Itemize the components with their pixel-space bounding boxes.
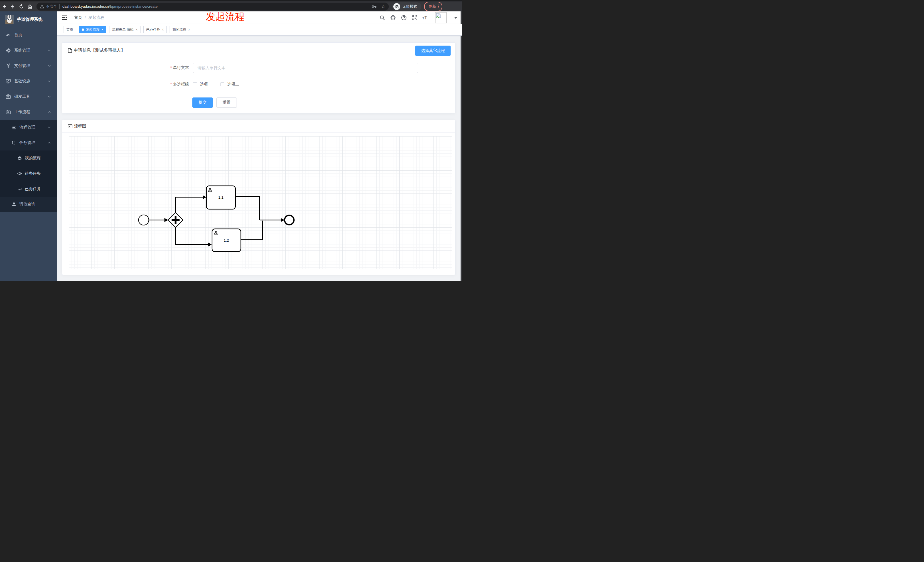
tag-my-process[interactable]: 我的流程×	[170, 26, 193, 33]
svg-text:T: T	[424, 15, 427, 20]
bpmn-start-event[interactable]	[138, 215, 149, 225]
incognito-badge: 无痕模式	[392, 2, 421, 11]
github-icon[interactable]	[390, 15, 396, 21]
sidebar-item-done-tasks[interactable]: 已办任务	[0, 181, 57, 196]
monitor-icon	[6, 79, 11, 84]
tag-label: 流程表单-编辑	[112, 27, 134, 32]
app-logo-row[interactable]: 芋道管理系统	[0, 11, 57, 27]
sidebar-item-label: 系统管理	[14, 48, 30, 53]
checkbox-icon[interactable]	[193, 82, 197, 86]
font-size-icon[interactable]: TT	[422, 15, 429, 21]
apply-card-header: 申请信息【测试多审批人】	[62, 43, 455, 58]
single-line-text-input[interactable]	[193, 63, 418, 73]
sidebar-item-task-mgmt[interactable]: 任务管理	[0, 135, 57, 150]
checkbox-label: 选项二	[227, 82, 239, 87]
sidebar: 芋道管理系统 首页 系统管理 支付管理 基础设施	[0, 11, 57, 281]
bookmark-star-icon[interactable]: ☆	[381, 4, 386, 9]
chevron-up-icon	[48, 111, 51, 114]
breadcrumb-home[interactable]: 首页	[74, 15, 82, 20]
sidebar-item-leave-query[interactable]: 请假查询	[0, 196, 57, 212]
broken-image-icon	[436, 13, 441, 18]
user-avatar[interactable]	[435, 12, 447, 23]
sidebar-item-label: 待办任务	[25, 171, 41, 176]
reload-icon	[19, 4, 24, 9]
gear-icon	[6, 48, 11, 53]
browser-toolbar: 不安全 dashboard.yudao.iocoder.cn/bpm/proce…	[0, 1, 462, 11]
sidebar-item-label: 支付管理	[14, 63, 30, 68]
sidebar-item-home[interactable]: 首页	[0, 27, 57, 43]
address-bar[interactable]: 不安全 dashboard.yudao.iocoder.cn/bpm/proce…	[36, 3, 389, 10]
sidebar-item-devtools[interactable]: 研发工具	[0, 89, 57, 104]
browser-back-button[interactable]	[0, 3, 9, 10]
close-icon[interactable]: ×	[162, 28, 164, 31]
bpmn-user-task-2[interactable]: 1.2	[212, 229, 241, 252]
sidebar-item-system[interactable]: 系统管理	[0, 43, 57, 58]
close-icon[interactable]: ×	[102, 28, 104, 31]
required-asterisk: *	[170, 82, 172, 86]
browser-forward-button[interactable]	[9, 3, 17, 10]
checkbox-option-1[interactable]: 选项一	[193, 82, 212, 87]
tag-label: 我的流程	[172, 27, 186, 32]
sidebar-item-todo-tasks[interactable]: 待办任务	[0, 166, 57, 181]
sidebar-item-infra[interactable]: 基础设施	[0, 73, 57, 89]
url-divider	[59, 4, 60, 9]
password-key-icon[interactable]	[372, 5, 377, 8]
sidebar-fold-button[interactable]	[62, 15, 67, 20]
browser-update-button[interactable]: 更新	[424, 2, 442, 11]
avatar-dropdown-caret[interactable]	[454, 17, 458, 19]
sidebar-item-label: 任务管理	[20, 140, 35, 145]
help-icon[interactable]	[401, 15, 407, 21]
arrowhead	[165, 218, 168, 222]
chevron-down-icon	[48, 49, 51, 52]
tag-home[interactable]: 首页	[63, 26, 76, 33]
home-icon	[27, 4, 33, 9]
app-title: 芋道管理系统	[17, 17, 42, 22]
sidebar-item-payment[interactable]: 支付管理	[0, 58, 57, 73]
browser-home-button[interactable]	[26, 3, 34, 10]
screenshot-root: 不安全 dashboard.yudao.iocoder.cn/bpm/proce…	[0, 0, 462, 281]
sidebar-item-my-process[interactable]: 我的流程	[0, 150, 57, 166]
tag-done-tasks[interactable]: 已办任务×	[143, 26, 167, 33]
chevron-down-icon	[48, 126, 51, 129]
tag-form-edit[interactable]: 流程表单-编辑×	[109, 26, 141, 33]
select-other-process-button[interactable]: 选择其它流程	[415, 46, 451, 56]
top-navbar: 首页 / 发起流程 TT	[57, 11, 462, 24]
people-face-icon	[17, 156, 22, 161]
search-icon[interactable]	[379, 15, 386, 21]
picture-icon	[68, 124, 72, 128]
bpmn-end-event[interactable]	[285, 216, 294, 225]
tag-start-process[interactable]: 发起流程×	[79, 26, 106, 33]
arrowhead	[208, 243, 212, 247]
breadcrumb: 首页 / 发起流程	[74, 15, 104, 20]
form-buttons: 提交 重置	[192, 97, 237, 108]
window-scrollbar-strip[interactable]	[460, 11, 462, 281]
browser-menu-icon[interactable]	[438, 4, 439, 8]
briefcase-icon	[6, 109, 11, 115]
not-secure-warning-icon	[40, 4, 44, 9]
required-asterisk: *	[170, 65, 172, 70]
submit-button[interactable]: 提交	[192, 97, 213, 108]
tag-label: 首页	[66, 27, 73, 32]
user-icon	[11, 202, 16, 207]
sidebar-item-label: 请假查询	[20, 202, 35, 207]
workflow-submenu: 流程管理 任务管理 我的流程 待办任务	[0, 120, 57, 212]
forward-arrow-icon	[10, 4, 15, 9]
browser-reload-button[interactable]	[17, 3, 26, 10]
sidebar-item-workflow[interactable]: 工作流程	[0, 104, 57, 120]
dashboard-icon	[6, 33, 11, 37]
close-icon[interactable]: ×	[136, 28, 138, 31]
checkbox-label: 选项一	[200, 82, 212, 87]
checkbox-field-row: *多选框组 选项一 选项二	[62, 79, 455, 90]
update-label: 更新	[428, 4, 436, 9]
checkbox-option-2[interactable]: 选项二	[220, 82, 239, 87]
bpmn-canvas[interactable]: 1.1 1.2	[69, 136, 452, 269]
bpmn-user-task-1[interactable]: 1.1	[206, 186, 236, 209]
fullscreen-icon[interactable]	[411, 15, 418, 21]
checkbox-icon[interactable]	[220, 82, 224, 86]
sidebar-item-process-mgmt[interactable]: 流程管理	[0, 120, 57, 135]
close-icon[interactable]: ×	[188, 28, 190, 31]
sidebar-item-label: 流程管理	[20, 125, 35, 130]
reset-button[interactable]: 重置	[216, 97, 237, 108]
text-field-row: *单行文本	[62, 63, 455, 73]
bpmn-parallel-gateway[interactable]	[168, 213, 183, 228]
